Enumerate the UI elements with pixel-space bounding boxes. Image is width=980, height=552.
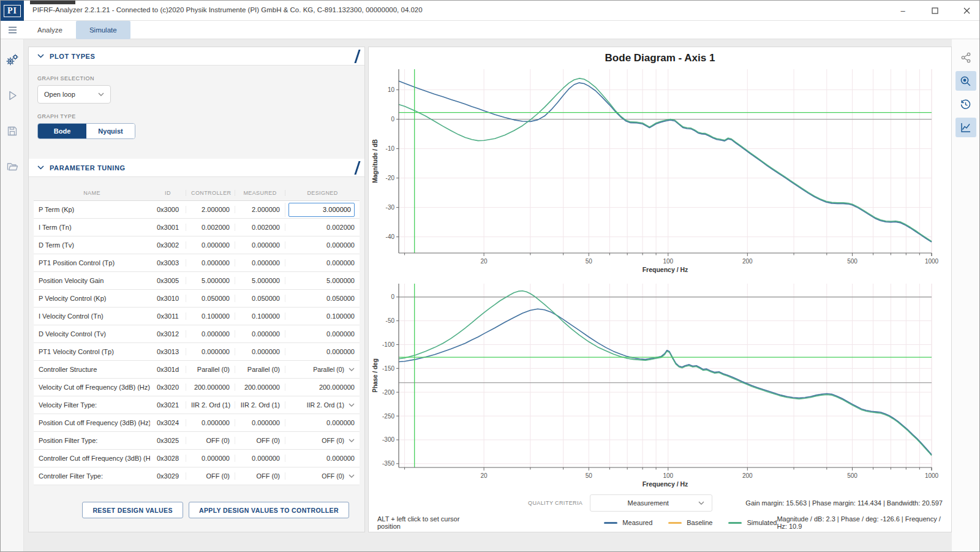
param-name: Velocity Filter Type: (34, 401, 150, 409)
param-name: D Velocity Control (Tv) (34, 330, 150, 338)
param-measured-value: 0.000000 (235, 330, 285, 338)
maximize-button[interactable] (927, 3, 943, 19)
svg-text:-20: -20 (386, 175, 395, 181)
parameter-table: NAME ID CONTROLLER MEASURED DESIGNED P T… (34, 185, 360, 485)
zoom-magnifier-icon[interactable] (956, 71, 976, 91)
svg-text:200: 200 (742, 472, 753, 479)
param-designed-cell: 5.000000 (285, 277, 360, 284)
col-header-controller: CONTROLLER (186, 190, 235, 196)
play-icon[interactable] (2, 86, 23, 105)
param-id: 0x3021 (150, 401, 186, 409)
history-icon[interactable] (956, 94, 976, 114)
designed-value-select[interactable]: OFF (0) (322, 437, 355, 444)
svg-text:0: 0 (391, 293, 394, 300)
designed-value-text[interactable]: 0.002000 (326, 224, 355, 231)
magnitude-plot[interactable]: 20501002005001000100-10-20-30-40Magnitud… (369, 64, 951, 279)
designed-value-select[interactable]: IIR 2. Ord (1) (307, 401, 355, 409)
param-name: Velocity Cut off Frequency (3dB) (Hz) (34, 384, 150, 391)
legend-label: Baseline (687, 519, 712, 526)
save-icon[interactable] (2, 121, 23, 141)
graph-type-bode-button[interactable]: Bode (38, 124, 86, 138)
graph-selection-select[interactable]: Open loop (37, 85, 111, 104)
param-name: Controller Filter Type: (34, 472, 150, 480)
window-title: PIFRF-Analyzer 2.2.1.21 - Connected to (… (32, 6, 423, 13)
maximize-icon (932, 7, 938, 14)
tab-analyze[interactable]: Analyze (24, 21, 76, 39)
table-row: PT1 Velocity Control (Tp)0x30130.0000000… (34, 343, 360, 361)
param-designed-cell: 0.000000 (285, 330, 360, 338)
folder-icon[interactable] (2, 157, 23, 176)
line-chart-icon[interactable] (956, 118, 976, 137)
designed-value-select[interactable]: OFF (0) (322, 472, 355, 480)
designed-value-text[interactable]: 0.050000 (326, 295, 355, 302)
phase-plot[interactable]: 205010020050010000-50-100-150-200-250-30… (369, 279, 951, 493)
chevron-down-icon (349, 403, 355, 407)
chart-title: Bode Diagram - Axis 1 (369, 47, 951, 64)
graph-selection-label: GRAPH SELECTION (37, 75, 94, 81)
param-measured-value: OFF (0) (235, 472, 285, 480)
svg-text:500: 500 (847, 472, 858, 479)
svg-text:1000: 1000 (925, 472, 939, 479)
param-name: P Term (Kp) (34, 206, 150, 213)
designed-value-text[interactable]: 0.000000 (326, 330, 355, 338)
y-axis-label: Phase / deg (372, 358, 379, 393)
tab-simulate[interactable]: Simulate (76, 21, 130, 39)
designed-value-text[interactable]: 0.100000 (326, 312, 355, 320)
param-designed-cell: OFF (0) (285, 472, 360, 480)
designed-value-text[interactable]: 0.000000 (326, 259, 355, 267)
param-measured-value: 5.000000 (235, 277, 285, 284)
param-id: 0x3020 (150, 384, 186, 391)
svg-text:-200: -200 (382, 388, 394, 395)
minimize-button[interactable]: – (895, 3, 911, 19)
graph-type-toggle: Bode Nyquist (37, 123, 135, 139)
designed-value-select[interactable]: Parallel (0) (313, 366, 355, 373)
param-id: 0x3002 (150, 241, 186, 249)
param-designed-cell: 200.000000 (285, 384, 360, 391)
designed-value-text[interactable]: 5.000000 (326, 277, 355, 284)
table-row: D Velocity Control (Tv)0x30120.0000000.0… (34, 325, 360, 343)
param-designed-cell: IIR 2. Ord (1) (285, 401, 360, 409)
gears-icon[interactable] (2, 50, 23, 70)
menu-button[interactable] (1, 26, 24, 34)
param-controller-value: 0.000000 (186, 330, 235, 338)
legend-item-simulated[interactable]: Simulated (728, 519, 777, 526)
legend-item-baseline[interactable]: Baseline (668, 519, 712, 526)
margin-stats: Gain margin: 15.563 | Phase margin: 114.… (745, 499, 943, 507)
apply-design-values-button[interactable]: APPLY DESIGN VALUES TO CONTROLLER (189, 502, 349, 518)
designed-value-text[interactable]: 0.000000 (326, 241, 355, 249)
designed-value-text[interactable]: 0.000000 (326, 455, 355, 462)
chevron-down-icon (349, 368, 355, 371)
plot-types-header[interactable]: PLOT TYPES (29, 47, 364, 66)
designed-value-text[interactable]: 0.000000 (326, 419, 355, 426)
legend-item-measured[interactable]: Measured (604, 519, 652, 526)
designed-value-text[interactable]: 0.000000 (326, 348, 355, 355)
param-id: 0x3013 (150, 348, 186, 355)
hamburger-icon (8, 26, 17, 34)
param-controller-value: 200.000000 (186, 384, 235, 391)
param-name: Controller Structure (34, 366, 150, 373)
chevron-down-icon (349, 439, 355, 442)
left-toolbar (1, 39, 24, 552)
parameter-tuning-header[interactable]: PARAMETER TUNING (29, 159, 364, 177)
param-name: I Velocity Control (Tn) (34, 312, 150, 320)
designed-value-input[interactable] (288, 203, 355, 217)
share-nodes-icon[interactable] (956, 48, 976, 67)
table-row: Velocity Cut off Frequency (3dB) (Hz)0x3… (34, 379, 360, 396)
designed-select-value: OFF (0) (322, 472, 344, 480)
y-axis-label: Magnitude / dB (372, 139, 379, 183)
param-id: 0x3000 (150, 206, 186, 213)
legend-swatch (604, 522, 617, 524)
param-measured-value: 0.000000 (235, 241, 285, 249)
svg-text:-10: -10 (386, 145, 395, 152)
param-controller-value: 2.000000 (186, 206, 235, 213)
param-id: 0x3005 (150, 277, 186, 284)
svg-text:-40: -40 (386, 233, 395, 240)
quality-criteria-select[interactable]: Measurement (590, 494, 712, 512)
designed-value-text[interactable]: 200.000000 (319, 384, 355, 391)
param-id: 0x3012 (150, 330, 186, 338)
close-button[interactable] (959, 3, 974, 19)
reset-design-values-button[interactable]: RESET DESIGN VALUES (82, 502, 183, 518)
graph-type-nyquist-button[interactable]: Nyquist (86, 124, 135, 138)
param-controller-value: 0.000000 (186, 348, 235, 355)
param-name: D Term (Tv) (34, 241, 150, 249)
